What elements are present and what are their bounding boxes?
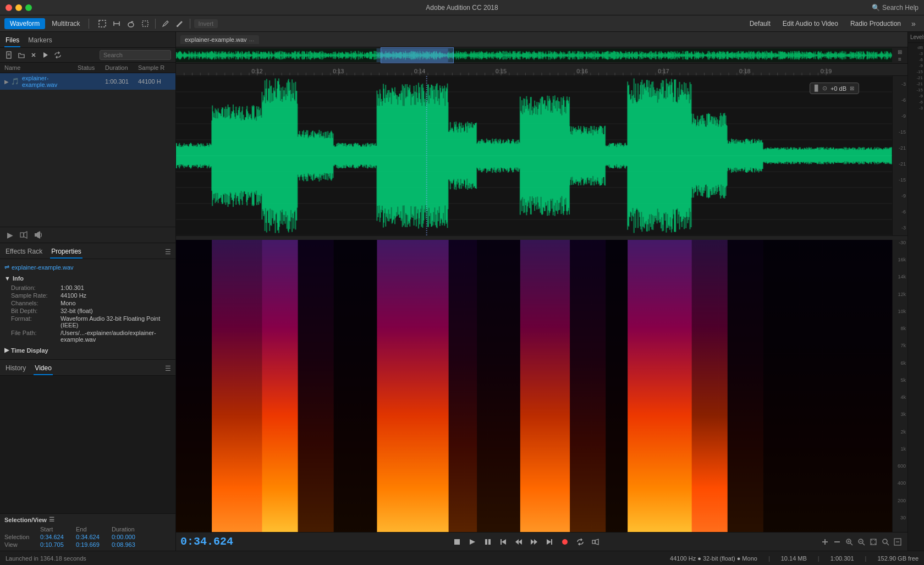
sv-duration-selection[interactable]: 0:00.000 [112, 534, 147, 540]
search-area[interactable]: 🔍 Search Help [872, 4, 919, 12]
amp-scale-label-4: -21 [899, 145, 906, 151]
files-search-input[interactable] [100, 50, 171, 60]
sv-menu-icon[interactable]: ☰ [49, 516, 54, 523]
amplitude-scale: -3-6-9-15-21-21-15-9-6-3 [892, 76, 908, 235]
col-header-sample[interactable]: Sample R [138, 64, 171, 71]
transport-output-btn[interactable] [589, 535, 602, 548]
transport-skip-start-btn[interactable] [497, 535, 510, 548]
files-column-headers: Name Status Duration Sample R [0, 63, 175, 73]
zoom-out-time-btn[interactable] [856, 536, 867, 547]
panel-output-icon[interactable] [19, 229, 30, 240]
pencil-tool-icon[interactable] [160, 18, 172, 30]
lasso-tool-icon[interactable] [125, 18, 137, 30]
overview-ctrl-list[interactable]: ≡ [898, 56, 901, 62]
tab-properties[interactable]: Properties [50, 245, 82, 259]
zoom-fit-btn[interactable] [868, 536, 879, 547]
sv-col-duration-header: Duration [112, 526, 147, 533]
sv-start-selection[interactable]: 0:34.624 [40, 534, 76, 540]
file-row-0[interactable]: ▶ 🎵 explainer-example.wav 1:00.301 44100… [0, 73, 175, 90]
tab-effects-rack[interactable]: Effects Rack [4, 245, 43, 259]
sv-duration-view[interactable]: 0:08.963 [112, 541, 147, 548]
invert-button[interactable]: Invert [194, 19, 218, 28]
spectrogram-canvas[interactable] [176, 240, 892, 532]
tab-files[interactable]: Files [4, 34, 20, 47]
panel-play-icon[interactable]: ▶ [4, 229, 15, 240]
prop-label-bitdepth: Bit Depth: [11, 308, 61, 314]
sv-end-selection[interactable]: 0:34.624 [76, 534, 112, 540]
bottom-left-panel: History Video ☰ [0, 359, 175, 513]
waveform-canvas[interactable]: ▊ ⊙ +0 dB ⊠ [176, 76, 892, 235]
level-label-7: -15 [909, 87, 923, 92]
zoom-selection-btn[interactable] [880, 536, 891, 547]
main-layout: Files Markers Name Status [0, 32, 924, 551]
history-video-menu-icon[interactable]: ☰ [165, 365, 171, 372]
preset-edit-audio[interactable]: Edit Audio to Video [777, 18, 844, 29]
info-bubble-db: +0 dB [831, 85, 846, 92]
transport-record-btn[interactable] [558, 535, 571, 548]
transport-bar: 0:34.624 [176, 532, 908, 551]
freq-scale-label-3: 12k [898, 292, 906, 297]
amp-scale-label-0: -3 [901, 81, 906, 87]
transport-forward-btn[interactable] [527, 535, 541, 548]
info-bubble-expand[interactable]: ⊠ [850, 85, 854, 91]
panel-volume-icon[interactable] [33, 229, 44, 240]
zoom-full-btn[interactable] [892, 536, 903, 547]
open-file-icon[interactable] [16, 50, 26, 60]
timeline-ruler: hms [176, 64, 908, 76]
svg-rect-0 [99, 20, 106, 27]
col-header-status[interactable]: Status [78, 64, 105, 71]
new-file-icon[interactable] [4, 50, 14, 60]
search-help-label[interactable]: Search Help [882, 4, 919, 12]
overview-ctrl-fit[interactable]: ⊞ [898, 49, 902, 55]
time-tool-icon[interactable] [111, 18, 123, 30]
marquee-tool-icon[interactable] [139, 18, 151, 30]
sv-end-view[interactable]: 0:19.669 [76, 541, 112, 548]
editor-tab-close-icon[interactable]: … [249, 36, 255, 42]
tab-markers[interactable]: Markers [27, 34, 53, 47]
prop-label-samplerate: Sample Rate: [11, 292, 61, 299]
amp-scale-label-3: -15 [899, 129, 906, 135]
info-section-title[interactable]: ▼ Info [4, 275, 171, 282]
paintbrush-tool-icon[interactable] [174, 18, 186, 30]
sv-start-view[interactable]: 0:10.705 [40, 541, 76, 548]
col-header-duration[interactable]: Duration [105, 64, 138, 71]
editor-tab[interactable]: explainer-example.wav … [180, 35, 259, 44]
preset-radio[interactable]: Radio Production [845, 18, 906, 29]
close-button[interactable] [6, 4, 12, 11]
transport-rewind-btn[interactable] [512, 535, 525, 548]
maximize-button[interactable] [25, 4, 32, 11]
status-audio-info: 44100 Hz ● 32-bit (float) ● Mono [670, 555, 757, 562]
properties-content: ⇌ explainer-example.wav ▼ Info Duration:… [0, 259, 175, 359]
minimize-button[interactable] [15, 4, 22, 11]
freq-scale-label-1: 16k [898, 257, 906, 262]
transport-skip-end-btn[interactable] [543, 535, 556, 548]
zoom-out-amp-btn[interactable] [832, 536, 843, 547]
loop-icon[interactable] [53, 50, 63, 60]
zoom-in-amp-btn[interactable] [820, 536, 831, 547]
close-file-icon[interactable] [29, 50, 38, 60]
overview-selection[interactable] [381, 47, 454, 63]
col-header-name[interactable]: Name [4, 64, 78, 71]
tab-history[interactable]: History [4, 362, 27, 375]
menu-multitrack[interactable]: Multitrack [46, 18, 85, 29]
properties-menu-icon[interactable]: ☰ [165, 248, 171, 256]
menu-waveform[interactable]: Waveform [4, 18, 45, 29]
file-sample-0: 44100 H [138, 78, 171, 85]
file-expand-icon: ▶ [4, 79, 11, 85]
transport-play-btn[interactable] [466, 535, 479, 548]
amp-scale-label-5: -21 [899, 161, 906, 167]
horizontal-scrollbar[interactable] [176, 235, 908, 240]
time-display-section-title[interactable]: ▶ Time Display [4, 347, 171, 354]
preset-default[interactable]: Default [744, 18, 776, 29]
selection-tool-icon[interactable] [96, 18, 108, 30]
status-sep-3: | [865, 555, 867, 562]
transport-stop-btn[interactable] [450, 535, 464, 548]
svg-point-47 [883, 539, 887, 544]
tab-video[interactable]: Video [34, 362, 52, 375]
transport-pause-btn[interactable] [481, 535, 494, 548]
autoplay-icon[interactable] [41, 50, 51, 60]
timeline-overview[interactable]: ⊞ ≡ [176, 47, 908, 64]
more-presets-icon[interactable]: » [908, 18, 920, 30]
zoom-in-time-btn[interactable] [844, 536, 855, 547]
transport-loop-btn[interactable] [574, 535, 587, 548]
